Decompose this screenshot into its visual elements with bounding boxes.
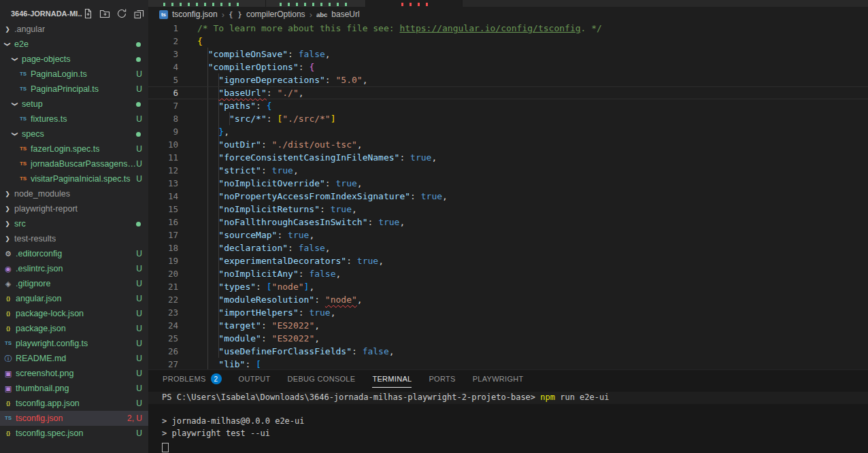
json-braces-icon: {} — [3, 396, 14, 411]
tree-item-editorconfig[interactable]: ⚙.editorconfigU — [0, 246, 148, 261]
line-number: 1 — [148, 22, 178, 35]
tree-item-paginaprincipal-ts[interactable]: TSPaginaPrincipal.tsU — [0, 82, 148, 97]
code-line-9[interactable]: 9 }, — [148, 125, 868, 138]
editor-tab-active[interactable] — [366, 0, 463, 7]
code-line-8[interactable]: 8 "src/*": ["./src/*"] — [148, 112, 868, 125]
tree-item-visitarpaginainicial-spec-ts[interactable]: TSvisitarPaginaInicial.spec.tsU — [0, 171, 148, 186]
terminal-cursor — [162, 443, 169, 452]
new-file-icon[interactable] — [82, 8, 93, 19]
git-status-badge: U — [136, 144, 142, 154]
breadcrumb-item-object[interactable]: compilerOptions — [246, 10, 305, 19]
code-line-16[interactable]: 16 "noFallthroughCasesInSwitch": true, — [148, 216, 868, 229]
tree-item-test-results[interactable]: ❯test-results — [0, 231, 148, 246]
code-line-3[interactable]: 3 "compileOnSave": false, — [148, 48, 868, 61]
chevron-right-icon: ❯ — [3, 220, 12, 227]
tree-item-gitignore[interactable]: ◈.gitignoreU — [0, 276, 148, 291]
code-line-24[interactable]: 24 "target": "ES2022", — [148, 319, 868, 332]
tree-item-playwright-report[interactable]: ❯playwright-report — [0, 201, 148, 216]
line-number: 5 — [148, 73, 178, 86]
code-line-15[interactable]: 15 "noImplicitReturns": true, — [148, 203, 868, 216]
tree-item-package-json[interactable]: {}package.jsonU — [0, 321, 148, 336]
line-number: 7 — [148, 99, 178, 112]
refresh-icon[interactable] — [116, 8, 127, 19]
tree-item-page-objects[interactable]: ❯page-objects — [0, 52, 148, 67]
code-editor[interactable]: 1/* To learn more about this file see: h… — [148, 22, 868, 369]
new-folder-icon[interactable] — [99, 8, 110, 19]
terminal[interactable]: PS C:\Users\Isabela\Downloads\3646-jorna… — [148, 388, 868, 452]
code-line-1[interactable]: 1/* To learn more about this file see: h… — [148, 22, 868, 35]
panel-tab-label: PLAYWRIGHT — [473, 375, 524, 383]
code-text: "noFallthroughCasesInSwitch": true, — [178, 216, 405, 229]
tab-label-clipped — [280, 3, 348, 6]
tree-item-playwright-config-ts[interactable]: TSplaywright.config.tsU — [0, 336, 148, 351]
tree-item-angular[interactable]: ❯.angular — [0, 22, 148, 37]
code-line-21[interactable]: 21 "types": ["node"], — [148, 280, 868, 293]
code-line-12[interactable]: 12 "strict": true, — [148, 164, 868, 177]
collapse-all-icon[interactable] — [133, 8, 144, 19]
code-line-17[interactable]: 17 "sourceMap": true, — [148, 229, 868, 241]
tree-item-screenshot-png[interactable]: ▣screenshot.pngU — [0, 366, 148, 381]
explorer-section-header[interactable]: 3646-JORNADA-MI... — [0, 0, 148, 22]
code-line-22[interactable]: 22 "moduleResolution": "node", — [148, 293, 868, 306]
code-line-18[interactable]: 18 "declaration": false, — [148, 241, 868, 254]
code-line-6[interactable]: 6 "baseUrl": "./", — [148, 86, 868, 99]
tree-item-specs[interactable]: ❯specs — [0, 127, 148, 141]
code-line-7[interactable]: 7 "paths": { — [148, 99, 868, 112]
panel-tab-playwright[interactable]: PLAYWRIGHT — [473, 370, 524, 388]
tree-item-eslintrc-json[interactable]: ◉.eslintrc.jsonU — [0, 261, 148, 276]
tree-item-package-lock-json[interactable]: {}package-lock.jsonU — [0, 306, 148, 321]
code-line-11[interactable]: 11 "forceConsistentCasingInFileNames": t… — [148, 151, 868, 164]
line-number: 27 — [148, 358, 178, 369]
tree-item-src[interactable]: ❯src — [0, 216, 148, 231]
tree-item-label: README.md — [16, 354, 66, 363]
line-number: 21 — [148, 280, 178, 293]
editor-tab[interactable] — [148, 0, 266, 7]
git-status-badge: U — [136, 279, 142, 288]
code-line-14[interactable]: 14 "noPropertyAccessFromIndexSignature":… — [148, 190, 868, 203]
code-line-5[interactable]: 5 "ignoreDeprecations": "5.0", — [148, 73, 868, 86]
tree-item-label: visitarPaginaInicial.spec.ts — [31, 174, 131, 184]
code-line-4[interactable]: 4 "compilerOptions": { — [148, 61, 868, 73]
tree-item-readme-md[interactable]: ⓘREADME.mdU — [0, 351, 148, 366]
code-line-10[interactable]: 10 "outDir": "./dist/out-tsc", — [148, 138, 868, 151]
line-number: 24 — [148, 319, 178, 332]
code-text: }, — [178, 125, 229, 138]
code-line-13[interactable]: 13 "noImplicitOverride": true, — [148, 177, 868, 190]
typescript-spec-file-icon: TS — [18, 141, 29, 156]
tree-item-node-modules[interactable]: ❯node_modules — [0, 186, 148, 201]
panel-tab-output[interactable]: OUTPUT — [239, 370, 271, 388]
panel-tab-terminal[interactable]: TERMINAL — [372, 370, 412, 388]
tree-item-label: jornadaBuscarPassagens.s... — [31, 159, 136, 169]
tree-item-e2e[interactable]: ❯e2e — [0, 37, 148, 52]
code-line-19[interactable]: 19 "experimentalDecorators": true, — [148, 254, 868, 267]
code-line-27[interactable]: 27 "lib": [ — [148, 358, 868, 369]
line-number: 26 — [148, 345, 178, 358]
tree-item-fazerlogin-spec-ts[interactable]: TSfazerLogin.spec.tsU — [0, 141, 148, 156]
tree-item-label: setup — [22, 99, 43, 109]
tree-item-jornadabuscarpassagens-s[interactable]: TSjornadaBuscarPassagens.s...U — [0, 156, 148, 171]
tree-item-tsconfig-json[interactable]: TStsconfig.json2, U — [0, 411, 148, 426]
tree-item-fixtures-ts[interactable]: TSfixtures.tsU — [0, 112, 148, 127]
breadcrumb-item-property[interactable]: baseUrl — [331, 10, 359, 19]
tree-item-setup[interactable]: ❯setup — [0, 97, 148, 112]
breadcrumb-item-file[interactable]: tsconfig.json — [172, 10, 218, 19]
bottom-panel: PROBLEMS2OUTPUTDEBUG CONSOLETERMINALPORT… — [148, 369, 868, 453]
tree-item-tsconfig-app-json[interactable]: {}tsconfig.app.jsonU — [0, 396, 148, 411]
code-line-25[interactable]: 25 "module": "ES2022", — [148, 332, 868, 345]
tree-item-paginalogin-ts[interactable]: TSPaginaLogin.tsU — [0, 67, 148, 82]
editor-tab[interactable] — [266, 0, 366, 7]
panel-tab-problems[interactable]: PROBLEMS2 — [163, 370, 222, 388]
code-line-23[interactable]: 23 "importHelpers": true, — [148, 306, 868, 319]
code-line-2[interactable]: 2{ — [148, 35, 868, 48]
tree-item-thumbnail-png[interactable]: ▣thumbnail.pngU — [0, 381, 148, 396]
tree-item-tsconfig-spec-json[interactable]: {}tsconfig.spec.jsonU — [0, 426, 148, 441]
line-number: 8 — [148, 112, 178, 125]
panel-tab-ports[interactable]: PORTS — [429, 370, 455, 388]
tree-item-angular-json[interactable]: {}angular.jsonU — [0, 291, 148, 306]
line-number: 19 — [148, 254, 178, 267]
code-line-26[interactable]: 26 "useDefineForClassFields": false, — [148, 345, 868, 358]
code-line-20[interactable]: 20 "noImplicitAny": false, — [148, 267, 868, 280]
line-number: 17 — [148, 229, 178, 241]
panel-tab-debug-console[interactable]: DEBUG CONSOLE — [288, 370, 356, 388]
code-text: "ignoreDeprecations": "5.0", — [178, 73, 367, 86]
